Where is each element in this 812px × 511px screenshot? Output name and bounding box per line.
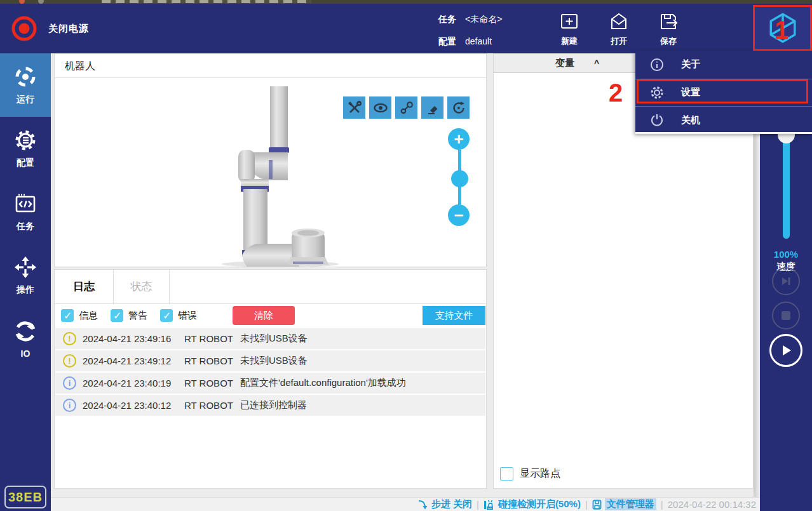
log-row: i 2024-04-21 23:40:12 RT ROBOT 已连接到控制器	[55, 395, 485, 416]
annotation-step-1: 1	[775, 17, 788, 43]
path-button[interactable]	[395, 96, 417, 119]
log-list: ! 2024-04-21 23:49:16 RT ROBOT 未找到USB设备 …	[55, 328, 485, 417]
save-label: 保存	[660, 36, 677, 47]
file-manager-button[interactable]: 文件管理器	[592, 498, 656, 510]
clear-log-button[interactable]: 清除	[233, 306, 295, 325]
tab-status[interactable]: 状态	[114, 270, 170, 303]
filter-info-label: 信息	[79, 310, 98, 322]
separator: |	[661, 499, 663, 510]
robot-panel-title: 机器人	[55, 54, 486, 78]
sidebar-item-run[interactable]: 运行	[0, 53, 51, 117]
log-source: RT ROBOT	[184, 355, 240, 366]
sidebar-item-config[interactable]: 配置	[0, 117, 51, 180]
visibility-button[interactable]	[369, 96, 391, 119]
move-arrows-icon	[14, 256, 37, 279]
log-filter-row: 信息 警告 错误 清除 支持文件	[55, 304, 486, 327]
collision-detect-toggle[interactable]: 碰撞检测开启(50%)	[484, 498, 581, 510]
show-waypoints-checkbox[interactable]	[500, 467, 513, 481]
config-gear-icon	[14, 129, 37, 152]
zoom-out-button[interactable]: −	[448, 204, 470, 226]
log-time: 2024-04-21 23:40:12	[83, 400, 184, 411]
tools-button[interactable]	[343, 96, 365, 119]
sidebar-item-io[interactable]: IO	[0, 307, 51, 371]
window-title-text	[102, 0, 311, 3]
sidebar-item-operate[interactable]: 操作	[0, 244, 51, 307]
collapse-caret-icon: ^	[594, 58, 599, 69]
rotate-button[interactable]	[447, 96, 470, 119]
play-icon	[779, 343, 793, 357]
sidebar-task-label: 任务	[17, 221, 34, 232]
show-waypoints-row: 显示路点	[500, 467, 560, 481]
zoom-control: + −	[448, 128, 471, 226]
checkbox-error[interactable]	[160, 309, 173, 322]
task-value: <未命名>	[465, 12, 502, 26]
power-icon	[649, 113, 665, 127]
header-bar: 关闭电源 任务 <未命名> 配置 default 新建	[0, 4, 812, 53]
menu-shutdown-label: 关机	[681, 114, 700, 126]
info-circle-icon: i	[63, 376, 76, 390]
status-bar: 步进 关闭 | 碰撞检测开启(50%) | 文件管理器 | 2024-04-22…	[51, 497, 760, 511]
info-icon	[649, 58, 665, 72]
save-floppy-icon	[658, 11, 679, 32]
zoom-in-button[interactable]: +	[448, 128, 470, 150]
filter-warning-label: 警告	[128, 310, 147, 322]
tab-log[interactable]: 日志	[55, 270, 114, 303]
menu-item-shutdown[interactable]: 关机	[635, 106, 812, 134]
task-label: 任务	[438, 12, 456, 26]
stop-button[interactable]	[772, 302, 800, 329]
log-message: 配置文件'default.configuration'加载成功	[240, 377, 406, 389]
power-off-button[interactable]: 关闭电源	[10, 15, 89, 43]
wrench-icon	[348, 101, 362, 115]
sidebar-item-task[interactable]: 任务	[0, 180, 51, 244]
zoom-slider-knob[interactable]	[451, 170, 468, 187]
separator: |	[585, 499, 588, 510]
robot-3d-viewport[interactable]: + −	[55, 79, 486, 267]
config-value: default	[465, 34, 492, 48]
log-source: RT ROBOT	[184, 333, 240, 344]
menu-item-settings[interactable]: 设置	[635, 79, 812, 107]
menu-about-label: 关于	[681, 58, 700, 70]
save-button[interactable]: 保存	[658, 11, 679, 47]
log-row: ! 2024-04-21 23:49:12 RT ROBOT 未找到USB设备	[55, 350, 485, 371]
log-source: RT ROBOT	[184, 400, 240, 411]
collision-label: 碰撞检测开启(50%)	[498, 498, 581, 510]
menu-settings-label: 设置	[681, 86, 700, 98]
speed-value: 100%	[760, 249, 812, 260]
open-label: 打开	[611, 36, 627, 47]
robot-panel: 机器人	[54, 53, 487, 267]
zoom-slider-track[interactable]	[458, 150, 461, 204]
support-file-button[interactable]: 支持文件	[423, 306, 485, 325]
open-button[interactable]: 打开	[609, 11, 629, 47]
checkbox-warning[interactable]	[111, 309, 123, 322]
log-message: 未找到USB设备	[240, 333, 308, 345]
log-time: 2024-04-21 23:49:16	[83, 333, 184, 344]
info-circle-icon: i	[63, 399, 76, 412]
logo-dropdown-menu: 关于 设置 关机	[635, 51, 812, 134]
new-button[interactable]: 新建	[559, 11, 579, 47]
step-mode-toggle[interactable]: 步进 关闭	[417, 498, 472, 510]
gear-icon	[649, 86, 665, 100]
waypoint-path-icon	[399, 100, 414, 116]
eraser-icon	[425, 100, 440, 116]
speed-slider-track[interactable]	[783, 135, 790, 239]
menu-item-about[interactable]: 关于	[635, 51, 812, 79]
new-file-icon	[559, 11, 579, 32]
log-time: 2024-04-21 23:40:19	[83, 378, 184, 388]
sidebar-operate-label: 操作	[17, 284, 34, 296]
log-panel: 日志 状态 信息 警告 错误 清除 支持文件 ! 2024-04-21 23:4…	[54, 269, 487, 489]
erase-button[interactable]	[421, 96, 443, 119]
io-cycle-icon	[14, 320, 37, 343]
power-ring-icon	[10, 15, 38, 43]
log-message: 已连接到控制器	[240, 399, 307, 411]
warning-circle-icon: !	[63, 332, 76, 345]
sidebar-io-label: IO	[21, 348, 30, 359]
step-next-button[interactable]	[772, 267, 800, 295]
checkbox-info[interactable]	[61, 309, 74, 322]
play-button[interactable]	[769, 334, 802, 367]
log-row: i 2024-04-21 23:40:19 RT ROBOT 配置文件'defa…	[55, 373, 485, 394]
annotation-step-2: 2	[609, 80, 623, 105]
header-actions: 新建 打开	[559, 11, 679, 47]
log-source: RT ROBOT	[184, 378, 240, 388]
robot-arm-image	[198, 86, 356, 267]
rotate-icon	[451, 100, 466, 116]
